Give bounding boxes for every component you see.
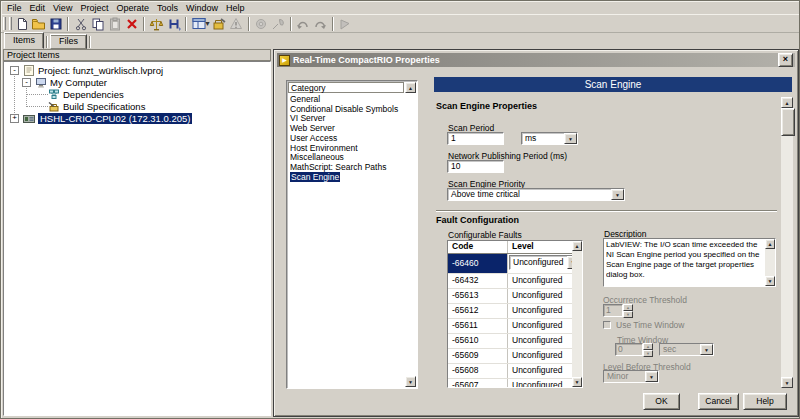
scrollbar-thumb[interactable]	[781, 108, 795, 136]
fault-row[interactable]: -65613Unconfigured	[448, 289, 572, 304]
scroll-up-icon[interactable]: ▲	[781, 97, 793, 108]
scroll-up-icon[interactable]: ▲	[765, 239, 775, 249]
description-scrollbar[interactable]: ▲ ▼	[765, 239, 775, 286]
chevron-down-icon[interactable]: ▼	[611, 189, 624, 200]
scroll-down-icon[interactable]: ▼	[781, 377, 793, 388]
toolbar-grip[interactable]	[3, 17, 6, 30]
build-specifications-icon	[48, 101, 60, 112]
category-list-header: Category	[288, 82, 404, 93]
tree-item-build-specifications[interactable]: Build Specifications	[48, 100, 145, 112]
fault-row[interactable]: -65611Unconfigured	[448, 319, 572, 334]
configure-icon	[270, 16, 287, 31]
scan-engine-properties-heading: Scan Engine Properties	[436, 101, 537, 111]
fault-row[interactable]: -65607Unconfigured	[448, 379, 572, 388]
undo-icon	[295, 16, 312, 31]
close-icon[interactable]: ×	[778, 53, 793, 67]
use-time-window-checkbox	[603, 321, 611, 329]
copy-icon[interactable]	[89, 16, 106, 31]
project-items-pane: Project Items - Project: funzt_würklisch…	[3, 49, 271, 417]
toolbar-separator	[67, 17, 69, 31]
cancel-button[interactable]: Cancel	[698, 393, 739, 410]
menu-item-operate[interactable]: Operate	[112, 3, 153, 13]
project-items-header: Project Items	[3, 49, 271, 61]
new-file-icon[interactable]	[13, 16, 30, 31]
tab-items[interactable]: Items	[4, 32, 44, 49]
fault-row[interactable]: -66460 Unconfigured ▼	[448, 254, 572, 274]
menu-item-view[interactable]: View	[49, 3, 76, 13]
tree-item-label-selected[interactable]: HSHL-CRIO-CPU02 (172.31.0.205)	[38, 113, 192, 124]
view-tab-strip: Items Files	[1, 33, 799, 49]
fault-row[interactable]: -65608Unconfigured	[448, 364, 572, 379]
open-project-icon[interactable]	[30, 16, 47, 31]
menu-bar: File Edit View Project Operate Tools Win…	[1, 1, 799, 14]
toolbar-grip[interactable]	[9, 17, 12, 30]
tree-item-label[interactable]: Dependencies	[63, 89, 124, 100]
panel-scrollbar[interactable]: ▲ ▼	[781, 97, 793, 388]
tree-expander-icon[interactable]: -	[22, 78, 31, 87]
menu-item-help[interactable]: Help	[222, 3, 249, 13]
help-button[interactable]: Help	[743, 393, 787, 410]
category-list: Category ▲ General Conditional Disable S…	[286, 80, 418, 389]
fault-configuration-heading: Fault Configuration	[436, 215, 519, 225]
time-window-unit-select: sec▼	[659, 343, 714, 356]
description-box: LabVIEW: The I/O scan time exceeded the …	[603, 238, 776, 287]
cut-icon[interactable]	[72, 16, 89, 31]
redo-icon	[312, 16, 329, 31]
tree-item-crio-target[interactable]: + HSHL-CRIO-CPU02 (172.31.0.205)	[10, 112, 192, 124]
scan-engine-priority-select[interactable]: Above time critical▼	[447, 188, 625, 201]
faults-table-scrollbar[interactable]: ▲ ▼	[572, 241, 582, 387]
scroll-down-icon[interactable]: ▼	[572, 377, 582, 387]
tree-item-dependencies[interactable]: Dependencies	[48, 88, 124, 100]
menu-item-edit[interactable]: Edit	[26, 3, 50, 13]
ok-button[interactable]: OK	[643, 393, 680, 410]
faults-table-header: Code Level	[448, 241, 572, 254]
chevron-down-icon: ▼	[700, 344, 713, 355]
occurrence-threshold-stepper: 1 ▲▼	[603, 304, 633, 317]
scan-period-unit-select[interactable]: ms▼	[521, 132, 578, 145]
labview-project-window: File Edit View Project Operate Tools Win…	[0, 0, 800, 419]
show-warnings-icon	[228, 16, 245, 31]
resolve-conflicts-icon[interactable]	[148, 16, 165, 31]
tree-expander-icon[interactable]: +	[10, 114, 19, 123]
category-item-scan-engine[interactable]: Scan Engine	[290, 173, 404, 183]
save-all-icon[interactable]	[47, 16, 64, 31]
tree-item-label[interactable]: Build Specifications	[63, 101, 145, 112]
tree-item-my-computer[interactable]: - My Computer	[22, 76, 107, 88]
project-properties-icon[interactable]	[165, 16, 182, 31]
spin-up-icon: ▲	[643, 343, 653, 350]
fault-level-select[interactable]: Unconfigured ▼	[509, 255, 581, 270]
build-icon[interactable]	[211, 16, 228, 31]
network-publishing-input[interactable]: 10	[447, 160, 504, 173]
scroll-down-icon[interactable]: ▼	[405, 376, 416, 387]
scroll-down-icon[interactable]: ▼	[765, 276, 775, 286]
toolbar-separator	[143, 17, 145, 31]
fault-row[interactable]: -65609Unconfigured	[448, 349, 572, 364]
menu-item-file[interactable]: File	[3, 3, 26, 13]
toolbar-separator	[332, 17, 334, 31]
tab-files[interactable]: Files	[50, 34, 87, 49]
dialog-title-bar[interactable]: ▶ Real-Time CompactRIO Properties ×	[277, 53, 795, 67]
tree-connector	[26, 106, 48, 107]
deploy-icon	[253, 16, 270, 31]
delete-icon[interactable]	[123, 16, 140, 31]
tab-divider	[46, 36, 48, 48]
time-window-stepper: 0 ▲▼	[615, 343, 653, 356]
menu-item-window[interactable]: Window	[182, 3, 222, 13]
tree-item-label[interactable]: Project: funzt_würklisch.lvproj	[38, 65, 163, 76]
tree-item-project[interactable]: - Project: funzt_würklisch.lvproj	[10, 64, 163, 76]
section-divider	[436, 210, 777, 212]
scroll-up-icon[interactable]: ▲	[572, 241, 582, 251]
fault-row[interactable]: -65610Unconfigured	[448, 334, 572, 349]
compactrio-properties-dialog: ▶ Real-Time CompactRIO Properties × Cate…	[273, 49, 799, 417]
scan-period-input[interactable]: 1	[447, 132, 504, 145]
menu-item-tools[interactable]: Tools	[153, 3, 182, 13]
tree-expander-icon[interactable]: -	[10, 66, 19, 75]
dialog-title: Real-Time CompactRIO Properties	[293, 55, 440, 65]
tree-item-label[interactable]: My Computer	[50, 77, 107, 88]
scroll-up-icon[interactable]: ▲	[405, 82, 416, 93]
chevron-down-icon[interactable]: ▼	[564, 133, 577, 144]
menu-item-project[interactable]: Project	[76, 3, 112, 13]
fault-row[interactable]: -65612Unconfigured	[448, 304, 572, 319]
view-columns-dropdown-icon[interactable]: ▼	[204, 20, 211, 27]
fault-row[interactable]: -66432Unconfigured	[448, 274, 572, 289]
